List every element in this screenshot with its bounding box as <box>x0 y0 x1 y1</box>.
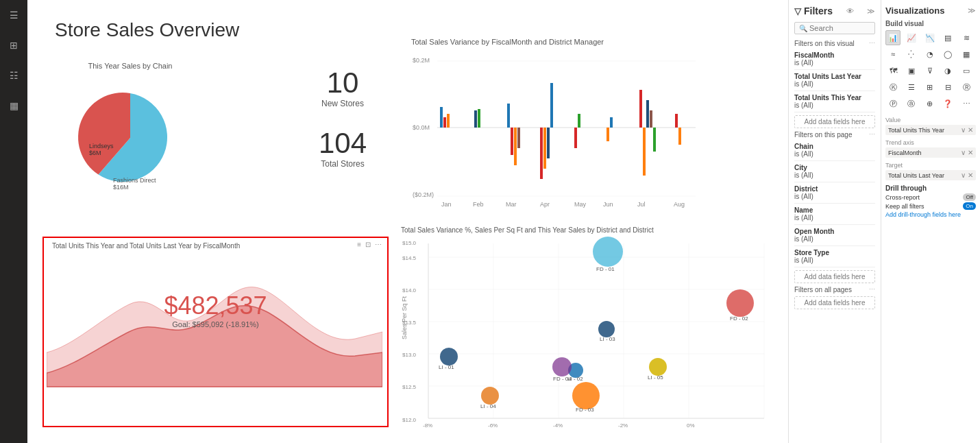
area-kpi-value: $482,537 <box>164 291 267 320</box>
svg-rect-8 <box>447 114 450 128</box>
filter-all-more[interactable]: ⋯ <box>869 286 875 293</box>
pie-label-lindseys: Lindseys <box>89 143 114 149</box>
bubble-li01[interactable] <box>440 348 458 366</box>
filters-on-page-label: Filters on this page ⋯ <box>794 131 875 139</box>
viz-icon-column[interactable]: 📈 <box>904 30 919 45</box>
viz-expand-icon[interactable]: ≫ <box>968 6 976 15</box>
viz-icon-filled-map[interactable]: ▣ <box>904 63 919 78</box>
toolbar-icon-more[interactable]: ⋯ <box>375 241 382 248</box>
bubble-fd02[interactable] <box>726 289 754 317</box>
viz-header: Visualizations ≫ <box>885 5 976 16</box>
area-chart-title: Total Units This Year and Total Units La… <box>52 242 384 250</box>
filter-store-type[interactable]: Store Type is (All) <box>794 246 875 267</box>
svg-rect-15 <box>540 128 543 179</box>
scatter-chart-title: Total Sales Variance %, Sales Per Sq Ft … <box>401 226 781 234</box>
filter-name[interactable]: Name is (All) <box>794 204 875 225</box>
viz-icon-treemap[interactable]: ▦ <box>959 47 974 62</box>
toolbar-icon-menu[interactable]: ≡ <box>357 241 361 248</box>
filter-city[interactable]: City is (All) <box>794 161 875 182</box>
add-data-all-pages[interactable]: Add data fields here <box>794 296 875 309</box>
kpi-section: 10 New Stores 104 Total Stores <box>295 69 391 189</box>
viz-value-field[interactable]: Total Units This Year ∨ ✕ <box>885 125 976 135</box>
drill-through-title: Drill through <box>885 184 976 192</box>
sidebar-icon-grid[interactable]: ⊞ <box>4 36 23 55</box>
filter-page-more[interactable]: ⋯ <box>869 131 875 138</box>
viz-icon-funnel[interactable]: ⊽ <box>922 63 938 78</box>
viz-icon-card[interactable]: ▭ <box>959 63 974 78</box>
area-chart-section[interactable]: ≡ ⊡ ⋯ Total Units This Year and Total Un… <box>42 237 389 427</box>
filter-total-units-last[interactable]: Total Units Last Year is (All) <box>794 70 875 91</box>
viz-icon-py[interactable]: Ⓟ <box>885 96 901 111</box>
filter-eye-icon[interactable]: 👁 <box>846 7 854 15</box>
viz-panel: Visualizations ≫ Build visual 📊 📈 📉 ▤ ≋ … <box>881 0 980 443</box>
viz-icon-slicer[interactable]: ☰ <box>904 80 919 95</box>
viz-target-field[interactable]: Total Units Last Year ∨ ✕ <box>885 170 976 180</box>
page-title: Store Sales Overview <box>55 19 239 41</box>
svg-text:May: May <box>574 201 587 208</box>
viz-icon-gauge[interactable]: ◑ <box>940 63 955 78</box>
viz-trend-close[interactable]: ∨ ✕ <box>961 149 973 156</box>
viz-icon-more[interactable]: ⋯ <box>959 96 974 111</box>
viz-icon-kpi[interactable]: Ⓚ <box>885 80 901 95</box>
viz-icon-table[interactable]: ⊞ <box>922 80 938 95</box>
sidebar-icon-table[interactable]: ▦ <box>4 96 23 115</box>
area-kpi: $482,537 Goal: $595,092 (-18.91%) <box>164 291 267 328</box>
filter-open-month[interactable]: Open Month is (All) <box>794 225 875 246</box>
sidebar-icon-list[interactable]: ☷ <box>4 66 23 85</box>
filter-chain[interactable]: Chain is (All) <box>794 140 875 161</box>
viz-trend-field[interactable]: FiscalMonth ∨ ✕ <box>885 147 976 158</box>
svg-text:$14.0: $14.0 <box>402 287 417 294</box>
viz-icon-ribbon[interactable]: ≋ <box>959 30 974 45</box>
viz-target-label: Target <box>885 162 976 169</box>
sidebar-icon-menu[interactable]: ☰ <box>4 5 23 25</box>
add-drill-link[interactable]: Add drill-through fields here <box>885 211 976 218</box>
bubble-fd01[interactable] <box>593 237 623 267</box>
svg-rect-26 <box>650 110 652 128</box>
bubble-li03[interactable] <box>598 321 615 337</box>
kpi-new-stores-label: New Stores <box>295 99 391 108</box>
viz-icon-waterfall[interactable]: ≈ <box>885 47 901 62</box>
bubble-fd03[interactable] <box>572 382 600 409</box>
filter-expand-icon[interactable]: ≫ <box>867 7 875 16</box>
svg-rect-24 <box>643 128 646 176</box>
viz-icon-qa[interactable]: ❓ <box>940 96 955 111</box>
svg-text:($0.2M): ($0.2M) <box>413 191 434 198</box>
viz-icon-map[interactable]: 🗺 <box>885 63 901 78</box>
main-canvas: Store Sales Overview This Year Sales by … <box>27 0 788 443</box>
toolbar-icon-expand[interactable]: ⊡ <box>365 241 371 248</box>
area-kpi-goal: Goal: $595,092 (-18.91%) <box>164 320 267 328</box>
filter-visual-more[interactable]: ⋯ <box>869 40 875 47</box>
bubble-li05[interactable] <box>649 358 667 376</box>
cross-report-toggle[interactable]: Off <box>963 193 976 201</box>
filter-search-box[interactable]: 🔍 <box>794 22 875 34</box>
viz-icon-bar[interactable]: 📊 <box>885 30 901 45</box>
viz-icon-line[interactable]: 📉 <box>922 30 938 45</box>
add-data-visual[interactable]: Add data fields here <box>794 115 875 128</box>
keep-filters-toggle[interactable]: On <box>963 202 976 210</box>
viz-icon-area[interactable]: ▤ <box>940 30 955 45</box>
filter-fiscal-month[interactable]: FiscalMonth is (All) <box>794 49 875 70</box>
filter-total-units-this[interactable]: Total Units This Year is (All) <box>794 91 875 112</box>
svg-text:LI - 01: LI - 01 <box>439 364 454 370</box>
svg-rect-12 <box>511 128 513 155</box>
viz-icon-donut[interactable]: ◯ <box>940 47 955 62</box>
bubble-fd04[interactable] <box>552 357 572 376</box>
svg-text:-2%: -2% <box>618 422 628 429</box>
viz-icon-ai[interactable]: ⓐ <box>904 96 919 111</box>
filter-search-input[interactable] <box>809 24 870 32</box>
bubble-li04[interactable] <box>481 387 499 405</box>
cross-report-label: Cross-report <box>885 194 920 201</box>
viz-value-close[interactable]: ∨ ✕ <box>961 126 973 134</box>
viz-icon-r[interactable]: Ⓡ <box>959 80 974 95</box>
filter-district[interactable]: District is (All) <box>794 182 875 204</box>
viz-icon-matrix[interactable]: ⊟ <box>940 80 955 95</box>
add-data-page[interactable]: Add data fields here <box>794 270 875 283</box>
viz-icon-pie[interactable]: ◔ <box>922 47 938 62</box>
viz-icon-decomp[interactable]: ⊕ <box>922 96 938 111</box>
area-chart-container: $482,537 Goal: $595,092 (-18.91%) <box>47 250 384 400</box>
viz-target-close[interactable]: ∨ ✕ <box>961 171 973 179</box>
viz-trend-label: Trend axis <box>885 139 976 146</box>
viz-trend-section: Trend axis FiscalMonth ∨ ✕ <box>885 139 976 158</box>
pie-label-fashions-val: $16M <box>113 184 129 189</box>
viz-icon-scatter[interactable]: ⁛ <box>904 47 919 62</box>
